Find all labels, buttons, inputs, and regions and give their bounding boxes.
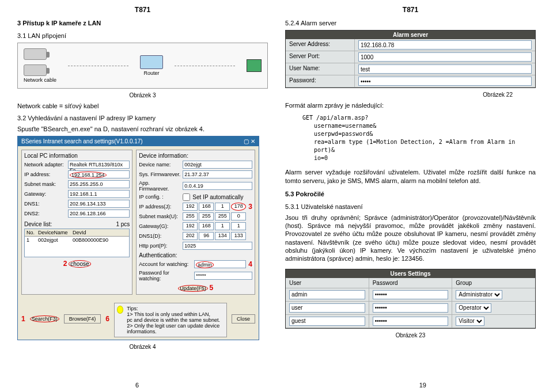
bsearch-window: BSeries Intranet search and settings(V1.…	[17, 136, 259, 340]
camera-icon	[24, 48, 47, 60]
section-531: 5.3.1 Uživatelské nastavení	[285, 203, 536, 210]
format-line: Formát alarm zprávy je následující:	[285, 101, 536, 109]
page-header-right: T871	[285, 6, 536, 14]
search-button[interactable]: Search(F3)	[30, 315, 59, 322]
user-input[interactable]	[289, 303, 365, 313]
caption-obr23: Obrázek 23	[285, 332, 536, 338]
spustte-text: Spusťte "BSearch_en.exe" na D, nastavení…	[17, 125, 268, 133]
server-address-input[interactable]	[358, 40, 532, 50]
group-select[interactable]: Administrator	[456, 290, 502, 299]
left-page: T871 3 Přístup k IP kameře z LAN 3.1 LAN…	[17, 6, 268, 353]
section-31: 3.1 LAN připojení	[17, 32, 268, 39]
window-controls[interactable]: ▢ ✕	[244, 138, 255, 144]
auth-header: Authentication:	[139, 252, 252, 258]
section-53: 5.3 Pokročilé	[285, 191, 536, 197]
pagenum-right: 19	[419, 382, 426, 389]
password-input[interactable]: *****	[194, 272, 252, 280]
localpc-panel: Local PC information Network adapter:Rea…	[21, 150, 132, 295]
users-settings-form: Users Settings User Password Group Admin…	[285, 269, 536, 329]
devlist-label: Device list:	[24, 221, 52, 227]
col-user: User	[286, 278, 369, 288]
section-32: 3.2 Vyhledávání a nastavení IP adresy IP…	[17, 115, 268, 121]
right-page: T871 5.2.4 Alarm server Alarm server Ser…	[285, 6, 536, 353]
router-label: Router	[140, 70, 163, 76]
choose-label: choose	[69, 260, 90, 268]
group-select[interactable]: Visitor	[456, 317, 484, 326]
table-row: Visitor	[286, 315, 535, 328]
bulb-icon	[117, 306, 123, 314]
devinfo-header: Device information:	[139, 153, 252, 159]
pass-input[interactable]	[373, 317, 449, 326]
netadapter-select[interactable]: Realtek RTL8139/810x Fa	[68, 161, 130, 169]
ipaddress-input[interactable]: 1921681178	[183, 203, 246, 211]
users-settings-title: Users Settings	[286, 269, 535, 278]
red-marker-3: 3	[248, 203, 252, 211]
section-524: 5.2.4 Alarm server	[285, 20, 536, 26]
localpc-header: Local PC information	[24, 153, 130, 159]
bsearch-title-text: BSeries Intranet search and settings(V1.…	[21, 138, 143, 144]
col-pass: Password	[369, 278, 453, 288]
router-icon	[140, 55, 163, 69]
devcount: 1 pcs	[116, 221, 130, 227]
httpport-input[interactable]: 1025	[183, 242, 252, 250]
red-marker-5: 5	[209, 284, 213, 292]
pc-icon	[247, 59, 262, 72]
caption-obr4: Obrázek 4	[17, 344, 268, 350]
extension-para: Alarm server vyžaduje rozšiřování uživat…	[285, 168, 536, 185]
setip-auto-checkbox[interactable]	[183, 193, 190, 201]
cable-label: Network cable	[24, 77, 56, 83]
table-row: Operator	[286, 302, 535, 315]
bsearch-titlebar: BSeries Intranet search and settings(V1.…	[18, 136, 259, 146]
page-header-left: T871	[17, 6, 268, 14]
network-diagram: Network cable Router	[17, 43, 268, 89]
section-3: 3 Přístup k IP kameře z LAN	[17, 20, 268, 26]
update-button[interactable]: Update(F5)	[178, 285, 208, 292]
user-input[interactable]	[289, 290, 365, 299]
users-para: Jsou tři druhy oprávnění; Správce (admin…	[285, 214, 536, 263]
account-input[interactable]: admin	[194, 260, 246, 268]
pass-input[interactable]	[373, 303, 449, 313]
group-select[interactable]: Operator	[456, 303, 491, 313]
username-input[interactable]	[358, 64, 532, 74]
camera-icon	[24, 64, 47, 76]
user-input[interactable]	[289, 317, 365, 326]
pagenum-left: 6	[135, 382, 139, 389]
red-marker-2: 2	[63, 260, 67, 268]
devinfo-panel: Device information: Device name:002ejgt …	[136, 150, 255, 295]
col-group: Group	[452, 278, 535, 288]
table-row: Administrator	[286, 288, 535, 302]
network-note: Network cable = síťový kabel	[17, 102, 268, 110]
api-block: GET /api/alarm.asp? username=username& u…	[302, 114, 536, 162]
alarm-server-title: Alarm server	[286, 31, 535, 39]
close-button[interactable]: Close	[232, 314, 255, 324]
alarm-server-form: Alarm server Server Address: Server Port…	[285, 30, 536, 88]
password-input[interactable]	[358, 77, 532, 86]
caption-obr22: Obrázek 22	[285, 92, 536, 98]
browse-button[interactable]: Browse(F4)	[64, 314, 101, 324]
list-item[interactable]: 1002ejgot00B800000E90	[25, 237, 129, 243]
pass-input[interactable]	[373, 290, 449, 299]
device-list[interactable]: No.DeviceNameDevId 1002ejgot00B800000E90	[24, 229, 130, 257]
caption-obr3: Obrázek 3	[17, 92, 268, 98]
server-port-input[interactable]	[358, 52, 532, 62]
